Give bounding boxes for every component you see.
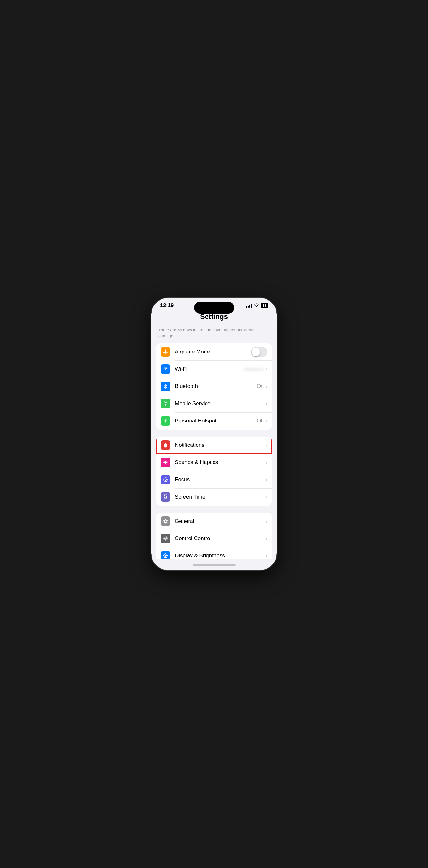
screen-time-chevron: › [266,494,267,499]
svg-point-2 [165,420,166,421]
mobile-service-chevron: › [266,401,267,406]
home-bar [193,564,236,566]
personal-hotspot-chevron: › [266,418,267,424]
battery-indicator: 88 [261,303,268,308]
focus-label: Focus [175,476,266,483]
bluetooth-value: On [257,383,264,390]
airplane-mode-label: Airplane Mode [175,349,251,355]
wifi-chevron: › [266,367,267,372]
control-centre-chevron: › [266,536,267,541]
control-centre-icon [161,534,171,543]
signal-icon [246,303,252,308]
airplane-mode-toggle[interactable] [251,347,267,357]
personal-hotspot-value: Off [257,418,264,424]
sounds-haptics-icon [161,458,171,467]
general-chevron: › [266,519,267,524]
page-title: Settings [156,313,272,321]
sounds-haptics-chevron: › [266,460,267,465]
signal-bar-1 [246,307,247,308]
general-icon [161,517,171,526]
screen-time-row[interactable]: Screen Time › [156,488,272,505]
airplane-mode-row[interactable]: Airplane Mode [156,343,272,361]
bluetooth-label: Bluetooth [175,383,257,390]
connectivity-group: Airplane Mode Wi-Fi ●●●●●● ● [156,343,272,430]
mobile-service-row[interactable]: Mobile Service › [156,395,272,412]
display-brightness-chevron: › [266,553,267,558]
bluetooth-row[interactable]: Bluetooth On › [156,378,272,395]
bluetooth-chevron: › [266,384,267,389]
battery-level: 88 [263,304,266,307]
focus-chevron: › [266,477,267,482]
sounds-haptics-row[interactable]: Sounds & Haptics › [156,454,272,471]
notifications-label: Notifications [175,442,266,448]
wifi-row[interactable]: Wi-Fi ●●●●●● ● › [156,361,272,378]
control-centre-row[interactable]: Control Centre › [156,530,272,547]
display-brightness-label: Display & Brightness [175,553,266,559]
svg-rect-3 [165,421,166,422]
notifications-chevron: › [266,443,267,448]
signal-bar-4 [251,304,252,308]
screen-time-icon [161,492,171,502]
control-centre-label: Control Centre [175,535,266,542]
personal-hotspot-label: Personal Hotspot [175,418,257,424]
dynamic-island [194,302,234,313]
notifications-row[interactable]: Notifications › [156,437,272,454]
sounds-haptics-label: Sounds & Haptics [175,459,266,466]
wifi-status-icon [254,303,259,308]
personal-hotspot-row[interactable]: Personal Hotspot Off › [156,412,272,430]
general-label: General [175,518,266,524]
screen-time-label: Screen Time [175,494,266,500]
scroll-content[interactable]: There are 56 days left to add coverage f… [151,324,277,559]
signal-bar-2 [248,306,249,308]
general-group: General › Control Centre › [156,513,272,559]
svg-point-1 [165,404,166,405]
mobile-service-icon [161,399,171,408]
wifi-label: Wi-Fi [175,366,244,372]
bluetooth-icon [161,381,171,391]
notifications-icon [161,440,171,450]
airplane-mode-icon [161,347,171,356]
coverage-banner: There are 56 days left to add coverage f… [156,324,272,343]
personal-hotspot-icon [161,416,171,426]
mobile-service-label: Mobile Service [175,400,266,407]
wifi-network-value: ●●●●●● ● [244,367,264,372]
home-indicator[interactable] [151,559,277,570]
signal-bar-3 [249,305,250,308]
phone-frame: 12:19 88 [151,298,277,570]
display-brightness-row[interactable]: Display & Brightness › [156,547,272,559]
focus-row[interactable]: Focus › [156,471,272,488]
system-group: Notifications › Sounds & Haptics › [156,437,272,505]
screen: 12:19 88 [151,298,277,570]
general-row[interactable]: General › [156,513,272,530]
status-icons: 88 [246,303,268,308]
status-time: 12:19 [160,302,174,309]
wifi-icon [161,364,171,374]
svg-point-0 [165,371,166,371]
focus-icon [161,475,171,485]
display-brightness-icon [161,551,171,559]
